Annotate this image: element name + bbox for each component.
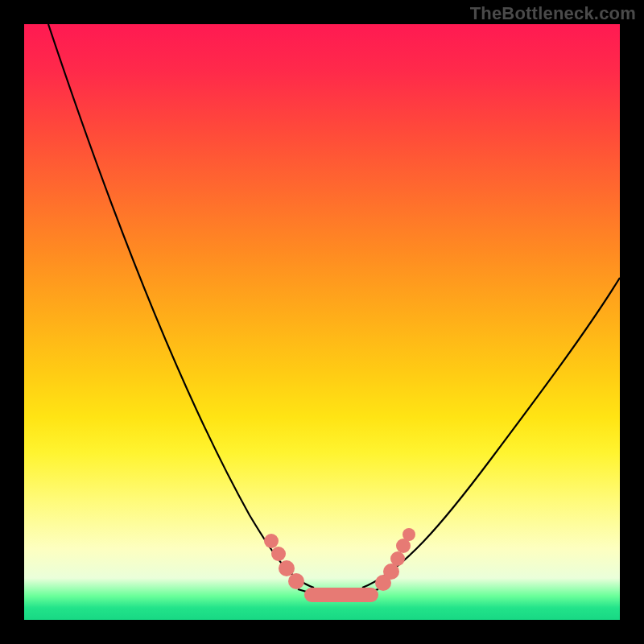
marker-dot [383, 564, 399, 580]
plot-area [24, 24, 620, 620]
bottleneck-curve-svg [24, 24, 620, 620]
watermark-text: TheBottleneck.com [470, 3, 636, 24]
marker-dot [279, 560, 295, 576]
marker-dot [402, 528, 415, 541]
marker-pill [304, 588, 378, 602]
marker-dot [264, 534, 279, 548]
curve-left-branch [48, 24, 314, 588]
chart-frame: TheBottleneck.com [0, 0, 644, 644]
marker-dot [288, 573, 304, 589]
marker-dot [390, 551, 405, 566]
marker-dot [271, 547, 286, 561]
